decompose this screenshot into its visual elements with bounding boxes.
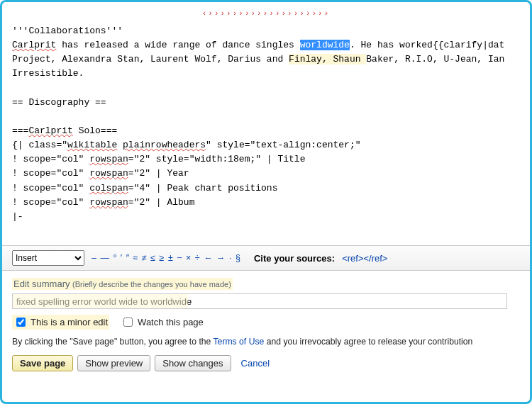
minor-edit-checkbox[interactable] <box>16 318 26 327</box>
cancel-link[interactable]: Cancel <box>241 358 270 369</box>
terms-link[interactable]: Terms of Use <box>214 337 265 347</box>
line-t4: ! scope="col" rowspan="2" | Album <box>12 196 520 210</box>
highlight-worldwide: worldwide <box>300 40 350 50</box>
show-changes-button[interactable]: Show changes <box>155 355 231 371</box>
line-solo: ===Carlprit Solo=== <box>12 124 520 138</box>
line-t1: ! scope="col" rowspan="2" style="width:1… <box>12 152 520 167</box>
action-buttons: Save page Show preview Show changes Canc… <box>2 351 530 380</box>
edit-summary-input[interactable] <box>12 293 507 309</box>
minor-edit-label[interactable]: This is a minor edit <box>13 315 108 329</box>
line-body1: Carlprit has released a wide range of da… <box>12 38 520 52</box>
selection-worldwide: worldwide <box>300 40 350 50</box>
name-carlprit: Carlprit <box>12 40 56 50</box>
terms-notice: By clicking the "Save page" button, you … <box>2 332 530 351</box>
show-preview-button[interactable]: Show preview <box>77 355 150 371</box>
blank-1 <box>12 82 520 96</box>
line-t3: ! scope="col" colspan="4" | Peak chart p… <box>12 181 520 196</box>
symbol-list[interactable]: – — ° ′ ″ ≈ ≠ ≤ ≥ ± − × ÷ ← → · § <box>92 253 241 263</box>
watch-page-checkbox[interactable] <box>123 318 133 327</box>
edit-summary-label: Edit summary <box>13 279 70 289</box>
line-body2: Project, Alexandra Stan, Laurent Wolf, D… <box>12 52 520 67</box>
wikitext-editor[interactable]: ‹›››››››››››››››››››› '''Collaborations'… <box>2 2 530 245</box>
insert-select[interactable]: Insert <box>12 250 84 266</box>
cite-ref-link[interactable]: <ref></ref> <box>342 253 387 264</box>
cite-label: Cite your sources: <box>254 253 335 264</box>
watch-page-label[interactable]: Watch this page <box>121 315 204 329</box>
line-tblopen: {| class="wikitable plainrowheaders" sty… <box>12 138 520 152</box>
highlight-names: Finlay, Shaun <box>289 54 366 64</box>
edit-summary-block: Edit summary (Briefly describe the chang… <box>2 271 530 309</box>
save-page-button[interactable]: Save page <box>12 355 73 371</box>
edit-summary-note: (Briefly describe the changes you have m… <box>72 280 231 288</box>
checkbox-row: This is a minor edit Watch this page <box>2 309 530 332</box>
artifact-top: ‹›››››››››››››››››››› <box>188 8 344 20</box>
line-t2: ! scope="col" rowspan="2" | Year <box>12 167 520 181</box>
blank-2 <box>12 110 520 124</box>
line-disc: == Discography == <box>12 96 520 110</box>
line-row: |- <box>12 210 520 224</box>
editor-frame: ‹›››››››››››››››››››› '''Collaborations'… <box>0 0 532 404</box>
insert-toolbar: Insert – — ° ′ ″ ≈ ≠ ≤ ≥ ± − × ÷ ← → · §… <box>2 245 530 271</box>
line-collab: '''Collaborations''' <box>12 24 520 38</box>
line-irr: Irresistible. <box>12 67 520 81</box>
